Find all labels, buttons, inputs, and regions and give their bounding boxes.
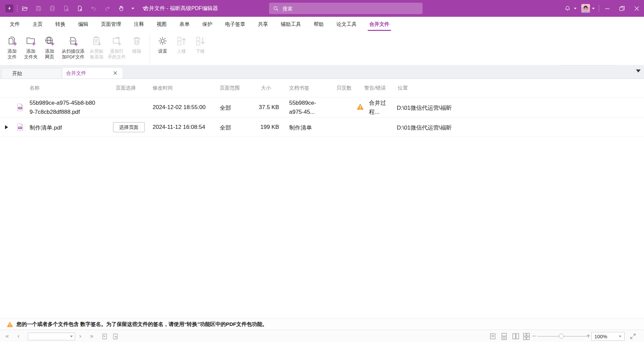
tab-list-dropdown-icon[interactable] [636,69,641,72]
add-files-icon [7,36,17,46]
zoom-out-button[interactable]: − [532,332,536,340]
header-page-range[interactable]: 页面范围 [220,85,240,91]
header-bates[interactable]: 贝茨数 [336,85,352,91]
search-box[interactable] [269,3,423,14]
close-button[interactable] [629,0,644,17]
search-icon [273,6,279,11]
menu-item-merge-files[interactable]: 合并文件 [363,19,396,30]
print-icon[interactable] [49,5,56,12]
header-bookmark[interactable]: 文档书签 [289,85,309,91]
menu-item-paper-tools[interactable]: 论文工具 [330,19,363,30]
file-row[interactable]: PDF 制作清单.pdf 选择页面 2024-11-12 16:08:54 全部… [0,117,644,137]
file-modified: 2024-11-12 16:08:54 [153,124,205,131]
add-webpage-icon [44,36,55,46]
hand-tool-dropdown-icon[interactable] [131,8,134,9]
menu-item-comment[interactable]: 注释 [127,19,150,30]
export-document-icon[interactable] [63,5,69,12]
svg-text:PDF: PDF [18,107,22,109]
header-location[interactable]: 位置 [398,85,408,91]
header-modified[interactable]: 修改时间 [153,85,173,91]
notification-bell-icon[interactable] [564,5,571,12]
menu-item-home[interactable]: 主页 [26,19,49,30]
open-file-icon[interactable] [21,5,28,12]
header-warning[interactable]: 警告/错误 [364,85,386,91]
file-page-range: 全部 [220,124,231,132]
facing-continuous-view-icon[interactable] [523,333,530,340]
menu-item-protect[interactable]: 保护 [196,19,219,30]
hand-tool-icon[interactable] [118,5,124,12]
user-avatar[interactable] [581,4,590,13]
last-page-button[interactable]: » [90,332,94,340]
expand-row-icon[interactable] [5,125,8,129]
file-name: 55b989ce-a975-45b8-b809-7c8cb28df888.pdf [30,98,95,116]
select-pages-button[interactable]: 选择页面 [113,122,145,132]
menu-item-view[interactable]: 视图 [150,19,173,30]
add-folder-button[interactable]: 添加 文件夹 [21,33,40,61]
file-modified: 2024-12-02 18:55:00 [153,104,206,111]
foxit-logo-icon [5,4,13,12]
page-dropdown-icon[interactable] [70,336,73,337]
menu-item-organize[interactable]: 页面管理 [95,19,127,30]
zoom-dropdown-icon [619,336,622,337]
next-page-button[interactable]: › [79,332,81,340]
tab-merge-files[interactable]: 合并文件 [62,68,122,79]
menu-item-share[interactable]: 共享 [252,19,274,30]
header-name[interactable]: 名称 [30,85,40,91]
facing-view-icon[interactable] [512,333,519,340]
account-dropdown-icon[interactable] [592,8,595,9]
single-page-view-icon[interactable] [489,333,496,340]
header-page-select[interactable]: 页面选择 [116,85,136,91]
zoom-slider-thumb[interactable] [559,334,564,339]
fullscreen-icon[interactable] [629,333,637,340]
new-document-icon[interactable] [76,5,83,12]
signature-warning-text: 您的一个或者多个文件包含 数字签名。为了保留这些文件的签名，请使用“转换”功能区… [16,321,267,328]
file-row[interactable]: PDF 55b989ce-a975-45b8-b809-7c8cb28df888… [0,97,644,117]
page-number-input[interactable] [28,334,70,339]
zoom-in-button[interactable]: + [586,332,590,340]
header-size[interactable]: 大小 [261,85,271,91]
move-up-icon [176,36,187,46]
add-from-clipboard-button: 从剪贴 板添加 [87,33,106,61]
notification-dropdown-icon[interactable] [574,8,577,9]
menu-item-edit[interactable]: 编辑 [72,19,95,30]
settings-button[interactable]: 设置 [153,33,172,55]
previous-view-icon[interactable] [101,332,109,340]
warning-icon[interactable] [356,103,364,111]
titlebar-separator [17,5,17,12]
file-bookmark: 制作清单 [289,124,312,132]
page-number-box[interactable] [28,333,75,340]
clipboard-icon [91,36,102,46]
ribbon-separator [150,34,150,64]
file-size: 37.5 KB [254,104,279,111]
zoom-level-select[interactable]: 100% [591,332,625,341]
app-window: 合并文件 - 福昕高级PDF编辑器 文件 主页 转换 编辑 页面管理 注释 视图… [0,0,644,342]
tab-start[interactable]: 开始 [1,68,62,79]
pdf-file-icon: PDF [17,104,23,111]
menu-item-accessibility[interactable]: 辅助工具 [274,19,307,30]
menu-item-convert[interactable]: 转换 [49,19,72,30]
warning-icon [6,321,13,328]
prev-page-button[interactable]: ‹ [17,332,19,340]
restore-button[interactable] [614,0,629,17]
continuous-view-icon[interactable] [500,333,508,340]
menu-item-file[interactable]: 文件 [3,19,26,30]
menu-item-help[interactable]: 帮助 [307,19,330,30]
save-icon[interactable] [35,5,42,12]
move-down-icon [195,36,206,46]
first-page-button[interactable]: « [5,332,9,340]
menu-item-form[interactable]: 表单 [173,19,196,30]
undo-icon[interactable] [90,5,97,12]
file-name: 制作清单.pdf [30,124,62,132]
minimize-button[interactable] [600,0,614,17]
redo-icon[interactable] [104,5,111,12]
file-location: D:\01微信代运营\福昕 [397,124,452,132]
add-files-button[interactable]: 添加 文件 [3,33,21,61]
window-title: 合并文件 - 福昕高级PDF编辑器 [144,0,218,17]
open-document-icon [111,36,122,46]
menu-item-esign[interactable]: 电子签章 [219,19,252,30]
next-view-icon[interactable] [111,332,119,340]
search-input[interactable] [282,5,419,12]
tab-close-icon[interactable] [113,70,118,76]
add-webpage-button[interactable]: 添加 网页 [40,33,59,61]
add-from-scanner-button[interactable]: 从扫描仪添 加PDF文件 [59,33,87,61]
